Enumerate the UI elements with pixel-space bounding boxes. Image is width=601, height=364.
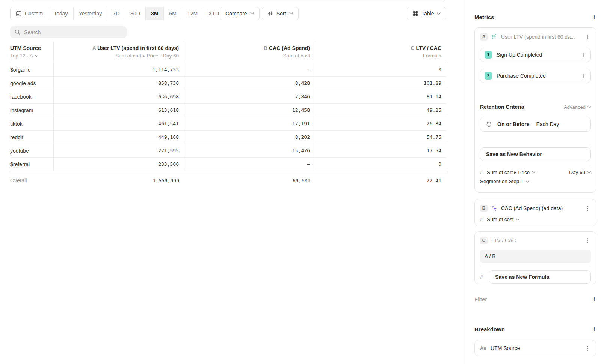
add-filter-button[interactable]: + [592,296,596,302]
overall-ltv: 1,559,999 [54,173,184,188]
formula-input[interactable]: A / B [480,250,591,263]
cell-ratio: 101.89 [315,77,446,90]
segment-dropdown[interactable]: Segment on Step 1 [480,179,529,184]
table-row[interactable]: facebook 636,698 7,846 81.14 [10,90,446,104]
chevron-down-icon [250,12,254,15]
add-breakdown-button[interactable]: + [592,326,596,332]
compare-button[interactable]: Compare [220,7,260,20]
cell-cac: 7,846 [184,90,315,104]
kebab-menu-icon[interactable] [584,344,591,352]
breakdown-property-name: UTM Source [491,345,580,351]
add-metric-button[interactable]: + [592,14,596,20]
search-field[interactable] [24,29,122,35]
number-type-icon: # [480,217,483,222]
date-range-custom[interactable]: Custom [11,7,48,20]
kebab-menu-icon[interactable] [584,205,591,212]
column-title: B CAC (Ad Spend) [184,45,315,51]
behavior-metric-icon [491,34,497,40]
row-label: tiktok [10,117,54,131]
date-range-12m[interactable]: 12M [182,7,203,20]
column-subtitle: Formula [315,53,446,59]
metric-c-header[interactable]: C LTV / CAC [480,236,591,245]
row-label: instagram [10,104,54,117]
table-row[interactable]: tiktok 461,541 17,191 26.84 [10,117,446,131]
kebab-menu-icon[interactable] [584,237,591,244]
sort-button[interactable]: Sort [262,7,299,20]
funnel-step-1[interactable]: 1 Sign Up Completed [480,48,591,62]
view-selector-table[interactable]: Table [407,7,446,20]
string-property-icon: Aa [480,346,486,351]
metric-name: LTV / CAC [491,238,580,244]
table-row[interactable]: reddit 449,108 8,202 54.75 [10,131,446,144]
overall-label: Overall [10,173,54,188]
row-limit-dropdown[interactable]: Top 12 · A [10,53,53,59]
funnel-step-2[interactable]: 2 Purchase Completed [480,69,591,83]
window-dropdown[interactable]: Day 60 [569,170,591,175]
retention-criteria-selector[interactable]: On or Before Each Day [480,117,591,132]
row-label: $organic [10,63,54,77]
metric-b-header[interactable]: B CAC (Ad Spend) (ad data) [480,204,591,213]
search-icon [15,29,20,35]
metric-a-header[interactable]: A User LTV (spend in first 60 da... [480,32,591,41]
save-behavior-button[interactable]: Save as New Behavior [480,147,591,161]
save-formula-button[interactable]: Save as New Formula [489,270,591,284]
aggregation-row: # Sum of cost [480,217,591,222]
toolbar: Custom Today Yesterday 7D 30D 3M 6M 12M … [10,7,446,20]
cell-ratio: 26.84 [315,117,446,131]
table-row[interactable]: $referral 233,500 – 0 [10,158,446,171]
chevron-down-icon [289,12,293,15]
metric-card-b: B CAC (Ad Spend) (ad data) # Sum of cost [474,199,596,226]
divider [480,165,591,165]
calendar-icon [16,11,22,17]
table-row[interactable]: $organic 1,114,733 – 0 [10,63,446,77]
metrics-title: Metrics [474,14,494,20]
column-header-metric-a[interactable]: A User LTV (spend in first 60 days) Sum … [54,41,184,63]
cell-ltv: 461,541 [54,117,184,131]
cell-ltv: 613,618 [54,104,184,117]
date-range-yesterday[interactable]: Yesterday [74,7,108,20]
column-header-metric-b[interactable]: B CAC (Ad Spend) Sum of cost [184,41,315,63]
table-row[interactable]: instagram 613,618 12,458 49.25 [10,104,446,117]
cell-ratio: 0 [315,158,446,171]
date-range-label: Custom [25,11,43,17]
cell-cac: 17,191 [184,117,315,131]
divider [480,144,591,144]
main-panel: Custom Today Yesterday 7D 30D 3M 6M 12M … [0,0,465,364]
kebab-menu-icon[interactable] [580,51,586,59]
cell-cac: – [184,63,315,77]
cell-ratio: 49.25 [315,104,446,117]
cell-cac: 12,458 [184,104,315,117]
row-label: google ads [10,77,54,90]
kebab-menu-icon[interactable] [580,72,586,80]
retention-criteria-row: Retention Criteria Advanced [480,104,591,110]
filter-title: Filter [474,296,487,302]
metric-card-a: A User LTV (spend in first 60 da... 1 Si… [474,27,596,193]
chevron-down-icon [526,180,529,183]
segment-row: Segment on Step 1 [480,179,591,184]
cell-ltv: 858,736 [54,77,184,90]
aggregation-dropdown[interactable]: Sum of cost [487,217,519,222]
date-range-today[interactable]: Today [48,7,73,20]
date-range-3m-selected[interactable]: 3M [146,7,164,20]
kebab-menu-icon[interactable] [584,33,591,41]
overall-ratio: 22.41 [315,173,446,188]
chevron-down-icon [516,218,519,221]
metrics-section-header: Metrics + [474,14,596,20]
date-range-30d[interactable]: 30D [125,7,146,20]
chevron-down-icon [587,171,591,173]
table-row[interactable]: youtube 271,595 15,476 17.54 [10,144,446,158]
date-range-6m[interactable]: 6M [164,7,182,20]
formula-text: A / B [485,253,496,259]
aggregation-dropdown[interactable]: Sum of cart ▸ Price [487,169,535,175]
metric-card-c: C LTV / CAC A / B # Save as New Formula [474,231,596,284]
column-header-utm-source[interactable]: UTM Source Top 12 · A [10,41,54,63]
table-row[interactable]: google ads 858,736 8,428 101.89 [10,77,446,90]
advanced-dropdown[interactable]: Advanced [564,104,591,110]
date-range-7d[interactable]: 7D [107,7,125,20]
search-input[interactable] [10,26,127,38]
column-title: C LTV / CAC [315,45,446,51]
breakdown-item-utm-source[interactable]: Aa UTM Source [474,340,596,356]
column-header-metric-c[interactable]: C LTV / CAC Formula [315,41,446,63]
cell-cac: 8,428 [184,77,315,90]
step-number-badge: 2 [485,72,492,80]
